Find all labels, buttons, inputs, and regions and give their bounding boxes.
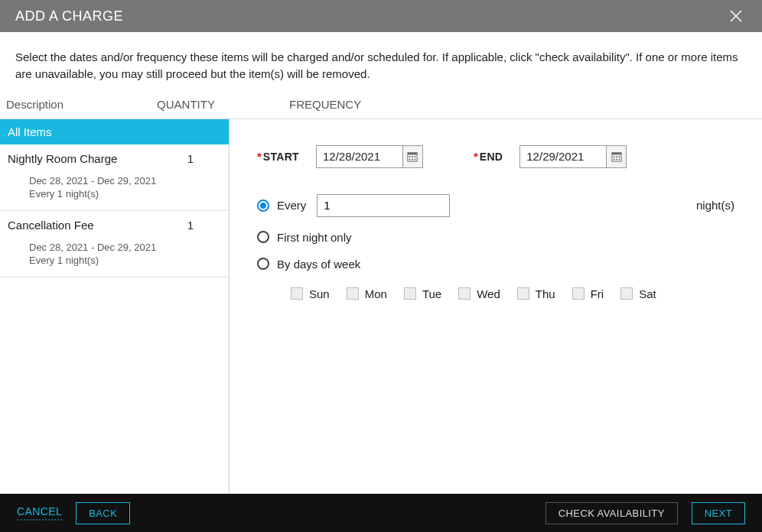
svg-rect-8 [412,158,414,160]
dow-wed: Wed [458,287,500,300]
svg-rect-12 [613,156,614,157]
every-label: Every [277,199,306,212]
every-input[interactable] [317,194,450,217]
dialog-body: Select the dates and/or frequency these … [0,32,762,494]
radio-by-dow[interactable] [257,258,269,270]
svg-rect-15 [613,158,614,160]
charge-name: Nightly Room Charge [8,152,117,165]
checkbox-wed[interactable] [458,287,471,300]
charge-qty: 1 [160,152,221,165]
charge-frequency: Every 1 night(s) [29,187,221,201]
close-icon[interactable] [728,8,744,24]
dow-fri: Fri [572,287,604,300]
checkbox-tue[interactable] [404,287,416,300]
end-date-field [519,145,627,168]
charge-date-range: Dec 28, 2021 - Dec 29, 2021 [29,174,221,188]
instructions-text: Select the dates and/or frequency these … [0,32,762,90]
required-marker: * [257,150,262,163]
column-headers: Description QUANTITY FREQUENCY [0,90,762,119]
required-marker: * [474,150,478,163]
dialog-footer: CANCEL BACK CHECK AVAILABILITY NEXT [0,494,762,532]
svg-rect-11 [612,152,621,154]
calendar-icon[interactable] [402,146,422,167]
end-date-group: * END [474,145,627,168]
svg-rect-9 [415,158,416,160]
charge-name: Cancellation Fee [8,219,94,232]
svg-rect-4 [409,156,411,157]
frequency-pane: * START * END [230,119,762,495]
start-date-field [316,145,423,168]
content-columns: All Items Nightly Room Charge 1 Dec 28, … [0,119,762,495]
svg-rect-7 [409,158,411,160]
svg-rect-13 [616,156,617,157]
checkbox-mon[interactable] [347,287,359,300]
by-dow-label: By days of week [277,258,360,271]
add-charge-dialog: ADD A CHARGE Select the dates and/or fre… [0,0,762,532]
next-button[interactable]: NEXT [692,502,745,524]
dow-mon: Mon [347,287,387,300]
back-button[interactable]: BACK [76,502,130,524]
checkbox-sat[interactable] [620,287,633,300]
radio-first-night[interactable] [257,231,269,243]
svg-rect-3 [408,152,417,154]
svg-rect-6 [415,156,416,157]
all-items-tab[interactable]: All Items [0,119,229,144]
dow-tue: Tue [404,287,441,300]
start-date-input[interactable] [317,146,402,167]
start-date-group: * START [257,145,423,168]
end-date-input[interactable] [520,146,606,167]
svg-rect-5 [412,156,414,157]
freq-by-dow-row: By days of week [257,258,734,271]
date-row: * START * END [257,145,734,168]
charge-date-range: Dec 28, 2021 - Dec 29, 2021 [29,241,221,255]
cancel-link[interactable]: CANCEL [17,505,62,521]
charge-qty: 1 [160,219,221,232]
freq-every-row: Every night(s) [257,194,734,217]
end-label: END [480,151,503,163]
first-night-label: First night only [277,231,352,244]
header-description: Description [6,98,136,111]
dow-thu: Thu [517,287,555,300]
checkbox-fri[interactable] [572,287,585,300]
checkbox-thu[interactable] [517,287,529,300]
checkbox-sun[interactable] [291,287,303,300]
titlebar: ADD A CHARGE [0,0,762,32]
dow-sat: Sat [620,287,656,300]
svg-rect-17 [618,158,620,160]
items-pane: All Items Nightly Room Charge 1 Dec 28, … [0,119,230,495]
dow-row: Sun Mon Tue Wed Thu Fri Sat [291,287,734,300]
charge-row[interactable]: Nightly Room Charge 1 Dec 28, 2021 - Dec… [0,144,229,211]
header-frequency: FREQUENCY [289,98,361,111]
frequency-options: Every night(s) First night only By days … [257,194,734,300]
check-availability-button[interactable]: CHECK AVAILABILITY [545,502,678,524]
calendar-icon[interactable] [606,146,626,167]
header-quantity: QUANTITY [136,98,236,111]
start-label: START [263,151,299,163]
charge-row[interactable]: Cancellation Fee 1 Dec 28, 2021 - Dec 29… [0,211,229,277]
svg-rect-14 [618,156,620,157]
freq-first-night-row: First night only [257,231,734,244]
nights-label: night(s) [696,199,734,212]
radio-every[interactable] [257,200,269,212]
dialog-title: ADD A CHARGE [15,8,123,24]
dow-sun: Sun [291,287,330,300]
charge-frequency: Every 1 night(s) [29,254,221,268]
svg-rect-16 [616,158,617,160]
